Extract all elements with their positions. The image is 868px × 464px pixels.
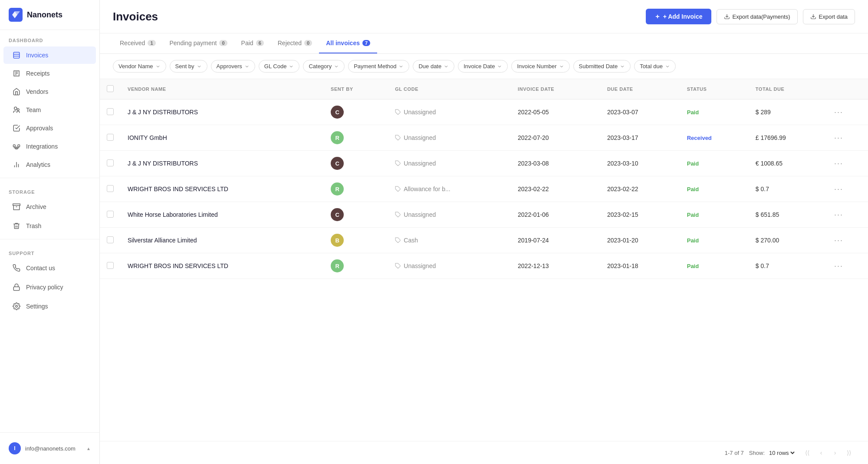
row-actions-button[interactable]: ··· [834, 262, 843, 270]
row-checkbox[interactable] [107, 159, 114, 166]
sidebar-divider-2 [0, 239, 99, 239]
row-due-date: 2023-01-18 [600, 253, 680, 279]
support-section-label: SUPPORT [0, 243, 99, 259]
svg-rect-19 [13, 204, 20, 205]
row-vendor-name: J & J NY DISTRIBUTORS [121, 151, 324, 176]
row-checkbox[interactable] [107, 211, 114, 218]
main-header: Invoices + Add Invoice Export data(Payme… [100, 0, 868, 33]
chevron-up-icon: ▲ [86, 446, 91, 451]
sidebar-item-invoices[interactable]: Invoices [3, 46, 96, 64]
row-actions-button[interactable]: ··· [834, 108, 843, 116]
sidebar-user[interactable]: I info@nanonets.com ▲ [0, 438, 99, 459]
approvals-icon [12, 124, 21, 133]
user-email: info@nanonets.com [25, 445, 82, 452]
sidebar-item-receipts-label: Receipts [26, 70, 49, 77]
filter-payment-method[interactable]: Payment Method [348, 60, 409, 73]
sidebar-item-contact-label: Contact us [26, 265, 55, 272]
sidebar-item-analytics[interactable]: Analytics [3, 156, 96, 173]
sidebar-item-settings[interactable]: Settings [3, 298, 96, 315]
row-actions-button[interactable]: ··· [834, 133, 843, 142]
sidebar-item-receipts[interactable]: Receipts [3, 65, 96, 82]
sidebar-item-integrations[interactable]: Integrations [3, 138, 96, 155]
tab-paid[interactable]: Paid 6 [234, 33, 271, 53]
filter-total-due[interactable]: Total due [634, 60, 676, 73]
filter-gl-code[interactable]: GL Code [259, 60, 300, 73]
table-row[interactable]: WRIGHT BROS IND SERVICES LTD R Unassigne… [100, 253, 868, 279]
row-checkbox[interactable] [107, 108, 114, 115]
row-sent-by: C [324, 151, 388, 176]
row-invoice-date: 2022-05-05 [511, 99, 600, 125]
pagination-buttons: ⟨⟨ ‹ › ⟩⟩ [801, 447, 855, 459]
filter-invoice-date[interactable]: Invoice Date [458, 60, 508, 73]
row-invoice-date: 2023-02-22 [511, 176, 600, 202]
sidebar-item-trash[interactable]: Trash [3, 217, 96, 235]
tab-all-invoices[interactable]: All invoices 7 [319, 33, 377, 53]
row-total-due: £ 17696.99 [749, 125, 827, 151]
download-icon [724, 13, 730, 20]
row-actions-button[interactable]: ··· [834, 236, 843, 245]
row-actions-button[interactable]: ··· [834, 185, 843, 193]
table-row[interactable]: IONITY GmbH R Unassigned 2022-07-20 2023… [100, 125, 868, 151]
status-badge: Paid [687, 237, 699, 244]
row-due-date: 2023-03-17 [600, 125, 680, 151]
add-invoice-button[interactable]: + Add Invoice [646, 9, 711, 24]
sidebar-item-archive-label: Archive [26, 203, 46, 210]
tab-received[interactable]: Received 1 [113, 33, 163, 53]
row-actions: ··· [827, 202, 868, 228]
plus-icon [654, 13, 661, 20]
row-due-date: 2023-02-15 [600, 202, 680, 228]
sidebar-item-vendors[interactable]: Vendors [3, 83, 96, 100]
tab-rejected[interactable]: Rejected 0 [271, 33, 319, 53]
rows-per-page-select[interactable]: 10 rows 25 rows 50 rows [767, 449, 796, 457]
row-checkbox[interactable] [107, 134, 114, 141]
svg-point-22 [16, 305, 18, 308]
last-page-button[interactable]: ⟩⟩ [843, 447, 855, 459]
row-invoice-date: 2022-01-06 [511, 202, 600, 228]
settings-icon [12, 302, 21, 311]
filter-sent-by[interactable]: Sent by [170, 60, 207, 73]
filter-due-date[interactable]: Due date [413, 60, 454, 73]
sidebar-item-settings-label: Settings [26, 303, 48, 310]
sidebar-item-contact[interactable]: Contact us [3, 259, 96, 277]
table-row[interactable]: WRIGHT BROS IND SERVICES LTD R Allowance… [100, 176, 868, 202]
row-checkbox[interactable] [107, 236, 114, 243]
sidebar-item-team[interactable]: Team [3, 101, 96, 119]
table-row[interactable]: J & J NY DISTRIBUTORS C Unassigned 2023-… [100, 151, 868, 176]
logo-area[interactable]: Nanonets [0, 0, 99, 30]
row-sent-by: C [324, 99, 388, 125]
table-header: VENDOR NAME SENT BY GL CODE INVOICE DATE… [100, 79, 868, 99]
first-page-button[interactable]: ⟨⟨ [801, 447, 813, 459]
row-due-date: 2023-03-10 [600, 151, 680, 176]
table-row[interactable]: White Horse Laboratories Limited C Unass… [100, 202, 868, 228]
select-all-checkbox[interactable] [107, 85, 114, 92]
export-data-button[interactable]: Export data [803, 9, 855, 24]
svg-rect-21 [13, 287, 20, 290]
row-checkbox[interactable] [107, 262, 114, 269]
chevron-down-sent-icon [197, 64, 202, 69]
filter-approvers[interactable]: Approvers [211, 60, 255, 73]
table-row[interactable]: Silverstar Alliance Limited B Cash 2019-… [100, 228, 868, 253]
prev-page-button[interactable]: ‹ [815, 447, 827, 459]
export-payments-button[interactable]: Export data(Payments) [717, 9, 798, 24]
filter-category[interactable]: Category [303, 60, 345, 73]
filter-submitted-date[interactable]: Submitted Date [573, 60, 631, 73]
row-checkbox[interactable] [107, 185, 114, 192]
sidebar-item-archive[interactable]: Archive [3, 198, 96, 215]
tabs-bar: Received 1 Pending payment 0 Paid 6 Reje… [100, 33, 868, 54]
sidebar-bottom: I info@nanonets.com ▲ [0, 432, 99, 464]
next-page-button[interactable]: › [829, 447, 841, 459]
sidebar-item-privacy[interactable]: Privacy policy [3, 278, 96, 296]
filter-invoice-number[interactable]: Invoice Number [511, 60, 569, 73]
trash-icon [12, 222, 21, 230]
row-actions-button[interactable]: ··· [834, 210, 843, 219]
contact-icon [12, 264, 21, 272]
row-status: Received [680, 125, 749, 151]
sidebar-item-approvals[interactable]: Approvals [3, 119, 96, 137]
table-row[interactable]: J & J NY DISTRIBUTORS C Unassigned 2022-… [100, 99, 868, 125]
tab-pending[interactable]: Pending payment 0 [163, 33, 234, 53]
row-sent-by: C [324, 202, 388, 228]
svg-rect-10 [18, 145, 20, 147]
row-status: Paid [680, 176, 749, 202]
row-actions-button[interactable]: ··· [834, 159, 843, 168]
filter-vendor-name[interactable]: Vendor Name [113, 60, 166, 73]
